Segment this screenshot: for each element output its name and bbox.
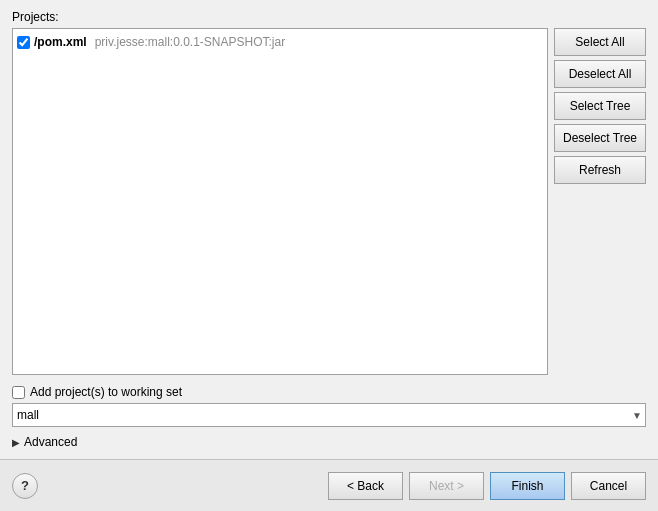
main-content: Projects: /pom.xml priv.jesse:mall:0.0.1… xyxy=(0,0,658,459)
project-name: /pom.xml xyxy=(34,35,87,49)
working-set-label: Add project(s) to working set xyxy=(30,385,182,399)
projects-row: /pom.xml priv.jesse:mall:0.0.1-SNAPSHOT:… xyxy=(12,28,646,375)
bottom-buttons: < Back Next > Finish Cancel xyxy=(328,472,646,500)
advanced-label: Advanced xyxy=(24,435,77,449)
projects-label: Projects: xyxy=(12,10,646,24)
working-set-dropdown-wrapper: mall ▼ xyxy=(12,403,646,427)
project-checkbox[interactable] xyxy=(17,36,30,49)
cancel-button[interactable]: Cancel xyxy=(571,472,646,500)
refresh-button[interactable]: Refresh xyxy=(554,156,646,184)
next-button[interactable]: Next > xyxy=(409,472,484,500)
deselect-all-button[interactable]: Deselect All xyxy=(554,60,646,88)
help-button[interactable]: ? xyxy=(12,473,38,499)
projects-list: /pom.xml priv.jesse:mall:0.0.1-SNAPSHOT:… xyxy=(12,28,548,375)
back-button[interactable]: < Back xyxy=(328,472,403,500)
project-artifact: priv.jesse:mall:0.0.1-SNAPSHOT:jar xyxy=(95,35,286,49)
select-tree-button[interactable]: Select Tree xyxy=(554,92,646,120)
bottom-section: ? < Back Next > Finish Cancel xyxy=(0,459,658,511)
working-set-checkbox[interactable] xyxy=(12,386,25,399)
project-item: /pom.xml priv.jesse:mall:0.0.1-SNAPSHOT:… xyxy=(17,33,543,51)
working-set-dropdown[interactable]: mall xyxy=(12,403,646,427)
select-all-button[interactable]: Select All xyxy=(554,28,646,56)
working-set-check-row: Add project(s) to working set xyxy=(12,385,646,399)
finish-button[interactable]: Finish xyxy=(490,472,565,500)
deselect-tree-button[interactable]: Deselect Tree xyxy=(554,124,646,152)
advanced-section[interactable]: ▶ Advanced xyxy=(12,435,646,449)
advanced-arrow-icon: ▶ xyxy=(12,437,20,448)
working-set-section: Add project(s) to working set mall ▼ xyxy=(12,385,646,427)
action-buttons: Select All Deselect All Select Tree Dese… xyxy=(554,28,646,375)
